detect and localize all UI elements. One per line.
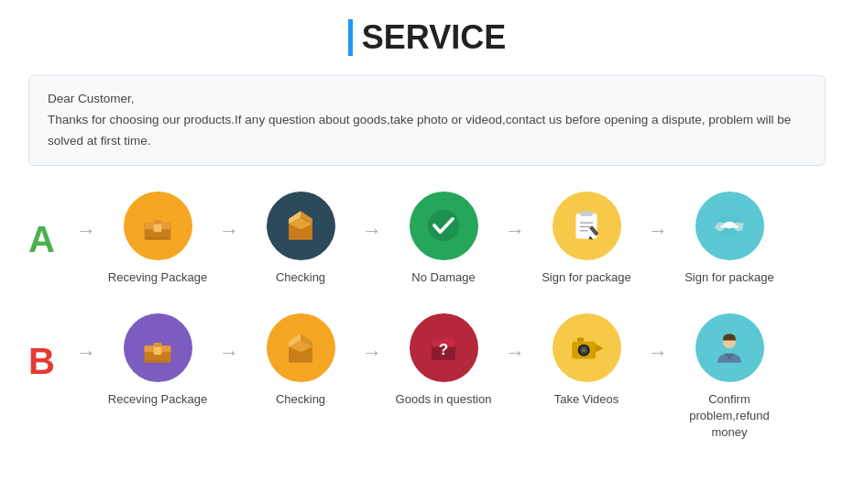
svg-rect-37 bbox=[577, 337, 584, 341]
step-a1: Receving Package bbox=[98, 192, 217, 286]
step-b1-label: Receving Package bbox=[108, 391, 207, 408]
step-a5: Sign for package bbox=[670, 192, 789, 286]
svg-rect-25 bbox=[146, 359, 170, 362]
step-a4: Sign for package bbox=[527, 192, 646, 286]
arrow-b1: → bbox=[219, 313, 239, 365]
step-b3-label: Goods in question bbox=[396, 391, 492, 408]
step-b4-label: Take Videos bbox=[554, 391, 619, 408]
icon-a4 bbox=[553, 192, 621, 260]
step-b5: Confirm problem,refund money bbox=[670, 313, 789, 442]
step-a4-label: Sign for package bbox=[542, 269, 631, 286]
svg-point-36 bbox=[582, 348, 586, 352]
step-b2-label: Checking bbox=[276, 391, 325, 408]
svg-rect-4 bbox=[146, 237, 170, 240]
flow-section-a: A → Receving Package → bbox=[28, 192, 826, 295]
arrow-b2: → bbox=[362, 313, 382, 365]
step-b4: Take Videos bbox=[527, 313, 646, 408]
step-a3-label: No Damage bbox=[411, 269, 475, 286]
notice-line1: Dear Customer, bbox=[48, 89, 806, 110]
icon-b5 bbox=[695, 313, 764, 382]
step-a2-label: Checking bbox=[276, 269, 325, 286]
title-accent-bar bbox=[348, 19, 353, 56]
step-b2: Checking bbox=[241, 313, 360, 408]
step-a3: No Damage bbox=[384, 192, 503, 286]
icon-a1 bbox=[124, 192, 192, 260]
svg-rect-11 bbox=[580, 212, 593, 217]
arrow-a4: → bbox=[648, 192, 668, 243]
step-a2: Checking bbox=[241, 192, 360, 286]
step-a1-label: Receving Package bbox=[108, 269, 207, 286]
arrow-a2: → bbox=[362, 192, 382, 243]
icon-b1 bbox=[124, 313, 192, 382]
arrow-b3: → bbox=[505, 313, 525, 365]
arrow-a1: → bbox=[219, 192, 239, 243]
row-label-b: B bbox=[28, 313, 74, 382]
flow-row-a: A → Receving Package → bbox=[28, 192, 826, 286]
flow-row-b: B → Receving Package → bbox=[28, 313, 826, 442]
icon-b4 bbox=[553, 313, 621, 382]
notice-line2: Thanks for choosing our products.If any … bbox=[48, 110, 806, 152]
arrow-b0: → bbox=[76, 313, 96, 365]
icon-b3: ? bbox=[410, 313, 478, 382]
svg-rect-3 bbox=[154, 221, 162, 225]
step-a5-label: Sign for package bbox=[684, 269, 774, 286]
step-b1: Receving Package bbox=[98, 313, 217, 408]
row-label-a: A bbox=[28, 192, 74, 260]
step-b3: ? Goods in question bbox=[384, 313, 503, 408]
svg-rect-24 bbox=[154, 343, 162, 346]
svg-marker-38 bbox=[596, 344, 604, 352]
icon-a5 bbox=[695, 192, 764, 260]
step-b5-label: Confirm problem,refund money bbox=[670, 391, 789, 442]
arrow-b4: → bbox=[648, 313, 668, 365]
svg-text:?: ? bbox=[439, 340, 449, 358]
icon-b2 bbox=[267, 313, 335, 382]
icon-a2 bbox=[267, 192, 335, 260]
svg-point-9 bbox=[428, 210, 460, 242]
arrow-a0: → bbox=[76, 192, 96, 243]
arrow-a3: → bbox=[505, 192, 525, 243]
flow-section-b: B → Receving Package → bbox=[28, 313, 826, 451]
icon-a3 bbox=[410, 192, 478, 260]
page-title: SERVICE bbox=[348, 18, 506, 57]
notice-box: Dear Customer, Thanks for choosing our p… bbox=[28, 75, 826, 166]
